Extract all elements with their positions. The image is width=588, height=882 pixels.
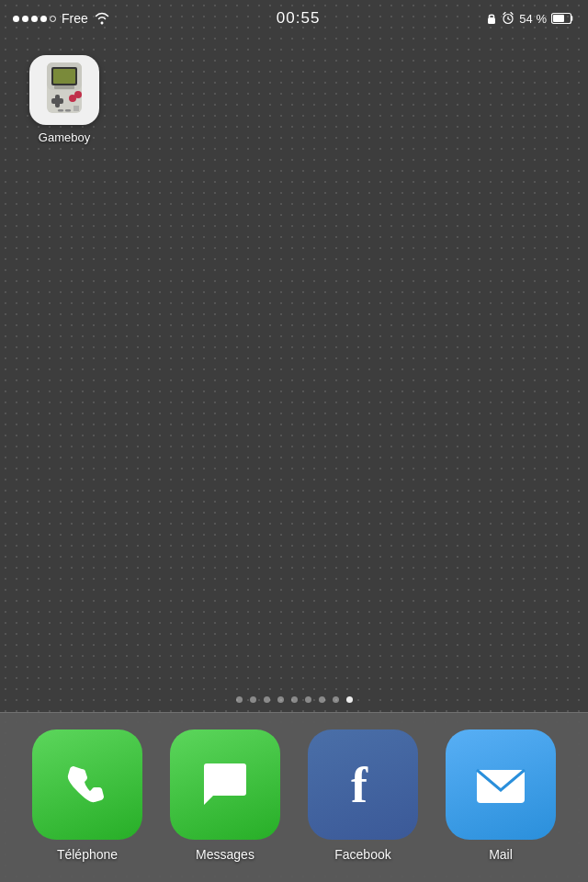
facebook-icon: f [308,729,418,840]
page-dots [0,696,588,703]
page-dot-7 [333,696,339,703]
page-dot-4 [291,696,298,703]
signal-dots [13,16,56,22]
battery-icon [551,12,575,25]
svg-rect-12 [54,85,74,89]
page-dot-8 [346,696,353,703]
page-dot-6 [319,696,325,703]
carrier-label: Free [62,11,88,26]
messages-label: Messages [196,847,254,862]
gameboy-label: Gameboy [39,130,90,144]
telephone-svg [60,757,115,812]
battery-percent: 54 % [519,12,547,26]
svg-rect-0 [488,17,495,24]
facebook-label: Facebook [334,847,390,862]
dock: Téléphone Messages f Facebook Mail [0,712,588,882]
mail-label: Mail [489,847,513,862]
dock-mail[interactable]: Mail [446,729,556,862]
signal-dot-4 [40,16,47,22]
dock-messages[interactable]: Messages [170,729,280,862]
svg-point-16 [74,91,82,98]
dock-facebook[interactable]: f Facebook [308,729,418,862]
status-left: Free [13,11,110,26]
svg-line-4 [503,13,505,15]
svg-rect-17 [58,109,63,112]
page-dot-3 [277,696,284,703]
status-right: 54 % [486,12,575,26]
svg-rect-11 [53,69,75,84]
page-dot-1 [250,696,256,703]
page-dot-2 [264,696,270,703]
svg-rect-18 [65,109,71,112]
app-grid: Gameboy [0,37,588,144]
svg-line-3 [508,19,510,20]
gameboy-svg [40,60,89,120]
signal-dot-1 [13,16,19,22]
page-dot-0 [236,696,243,703]
facebook-svg: f [331,752,395,817]
telephone-icon [32,729,142,840]
messages-icon [170,729,280,840]
mail-icon [446,729,556,840]
signal-dot-2 [22,16,28,22]
messages-svg [193,752,257,817]
status-time: 00:55 [277,9,321,28]
lock-icon [486,12,497,25]
mail-svg [468,752,534,818]
status-bar: Free 00:55 54 % [0,0,588,37]
signal-dot-3 [31,16,38,22]
gameboy-icon [29,55,99,125]
signal-dot-5 [50,16,56,22]
alarm-icon [502,12,514,25]
wifi-icon [94,12,110,25]
svg-line-5 [511,13,513,15]
dock-telephone[interactable]: Téléphone [32,729,142,862]
telephone-label: Téléphone [57,847,118,862]
svg-rect-7 [553,15,564,22]
page-dot-5 [305,696,311,703]
svg-rect-14 [51,98,63,104]
svg-text:f: f [351,758,368,813]
app-gameboy[interactable]: Gameboy [18,55,110,144]
